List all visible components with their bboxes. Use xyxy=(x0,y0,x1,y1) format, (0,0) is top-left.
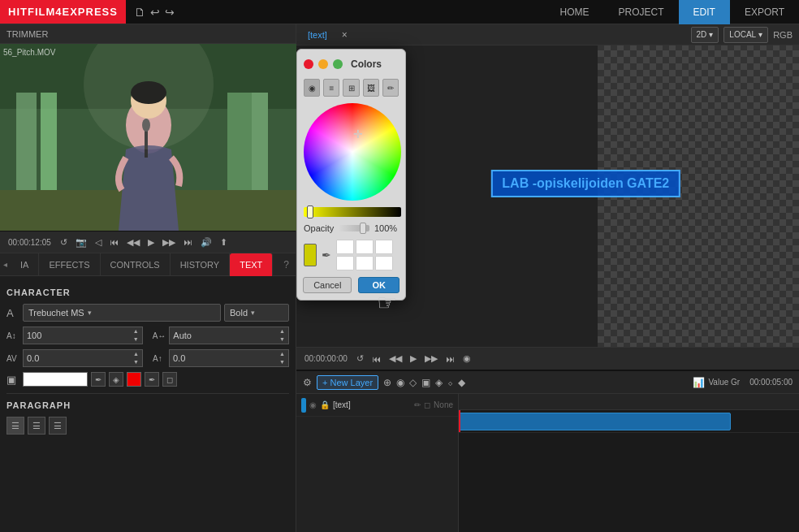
font-family-dropdown[interactable]: Trebuchet MS ▾ xyxy=(23,304,221,322)
play-btn-left[interactable]: ▶ xyxy=(145,236,157,249)
value-gr-icon[interactable]: 📊 xyxy=(693,377,705,388)
hex-cell-2[interactable] xyxy=(356,240,374,254)
font-dropdown-arrow: ▾ xyxy=(88,309,92,317)
dialog-close-btn[interactable] xyxy=(304,59,313,69)
font-style-dropdown[interactable]: Bold ▾ xyxy=(224,304,289,322)
viewer-skip-back[interactable]: ⏮ xyxy=(369,353,383,365)
align-right-btn[interactable]: ☰ xyxy=(49,417,67,435)
undo-icon[interactable]: ↩ xyxy=(150,6,160,19)
tl-diamond-icon[interactable]: ◇ xyxy=(409,377,417,388)
step-fwd-btn-left[interactable]: ▶▶ xyxy=(160,236,178,249)
hue-slider[interactable] xyxy=(304,207,401,217)
tab-project[interactable]: PROJECT xyxy=(604,0,679,24)
stroke-eyedropper[interactable]: ✒ xyxy=(145,372,159,387)
skip-fwd-btn-left[interactable]: ⏭ xyxy=(181,236,195,248)
step-back-btn-left[interactable]: ◀◀ xyxy=(124,236,142,249)
color-preview-swatch[interactable] xyxy=(304,244,317,266)
font-size-spinners[interactable]: ▲ ▼ xyxy=(133,327,139,344)
coord-mode-dropdown[interactable]: LOCAL ▾ xyxy=(723,27,768,43)
color-crayons-icon[interactable]: ✏ xyxy=(382,79,399,97)
hex-cell-1[interactable] xyxy=(336,240,354,254)
opacity-slider[interactable] xyxy=(339,225,369,231)
tab-export[interactable]: EXPORT xyxy=(730,0,799,24)
color-sliders-icon[interactable]: ≡ xyxy=(323,79,339,97)
align-center-btn[interactable]: ☰ xyxy=(28,417,45,435)
opacity-thumb[interactable] xyxy=(360,223,366,234)
dialog-minimize-btn[interactable] xyxy=(318,59,328,69)
text-overlay-label[interactable]: LAB -opiskelijoiden GATE2 xyxy=(490,170,680,197)
tab-effects[interactable]: EFFECTS xyxy=(39,253,100,276)
kerning-input[interactable]: 0.0 ▲ ▼ xyxy=(23,349,143,367)
viewer-step-back[interactable]: ◀◀ xyxy=(387,353,404,365)
baseline-input[interactable]: 0.0 ▲ ▼ xyxy=(169,349,289,367)
tab-edit[interactable]: EDIT xyxy=(679,0,730,24)
tab-home[interactable]: HOME xyxy=(546,0,604,24)
help-icon[interactable]: ? xyxy=(277,259,296,270)
tl-clip-1[interactable] xyxy=(459,413,731,430)
viewer-tab-text[interactable]: [text] xyxy=(303,30,332,40)
skip-back-btn-left[interactable]: ⏮ xyxy=(107,236,121,248)
font-size-input[interactable]: 100 ▲ ▼ xyxy=(23,327,143,344)
loop-btn-left[interactable]: ↺ xyxy=(58,236,70,249)
color-image-icon[interactable]: 🖼 xyxy=(363,79,379,97)
layer-lock-icon[interactable]: 🔒 xyxy=(320,400,330,409)
new-layer-btn[interactable]: + New Layer xyxy=(317,375,378,390)
viewer-audio[interactable]: ◉ xyxy=(460,353,473,365)
mark-in-btn[interactable]: ◁ xyxy=(93,236,104,249)
tl-lock-icon[interactable]: ▣ xyxy=(421,377,430,388)
tl-playhead[interactable] xyxy=(459,410,460,432)
red-swatch[interactable] xyxy=(127,372,141,387)
tab-controls[interactable]: CONTROLS xyxy=(101,253,171,276)
tl-motion-icon[interactable]: ⬦ xyxy=(447,377,453,388)
hex-cell-4[interactable] xyxy=(336,256,354,270)
hex-cell-5[interactable] xyxy=(356,256,374,270)
redo-icon[interactable]: ↪ xyxy=(165,6,175,19)
color-spectrum-icon[interactable]: ◉ xyxy=(304,79,320,97)
fill-mode-btn[interactable]: ◈ xyxy=(109,372,123,387)
color-palette-icon[interactable]: ⊞ xyxy=(343,79,359,97)
hex-cell-6[interactable] xyxy=(375,256,393,270)
layer-mask-icon[interactable]: ◻ xyxy=(424,400,430,409)
camera-btn[interactable]: 📷 xyxy=(73,236,89,249)
view-mode-dropdown[interactable]: 2D ▾ xyxy=(691,27,719,43)
tab-text[interactable]: TEXT xyxy=(230,253,273,276)
tracking-input[interactable]: Auto ▲ ▼ xyxy=(169,327,289,344)
tl-add-icon[interactable]: ⊕ xyxy=(383,377,391,388)
tracking-spinners[interactable]: ▲ ▼ xyxy=(279,327,285,344)
ok-button[interactable]: OK xyxy=(358,277,400,293)
color-wheel[interactable] xyxy=(304,103,401,201)
eyedropper-tool[interactable]: ✒ xyxy=(91,372,106,387)
controls-panel: CHARACTER A Trebuchet MS ▾ Bold ▾ A↕ 100 xyxy=(0,276,296,532)
layer-eye-icon[interactable]: ◉ xyxy=(309,400,317,409)
hex-inputs-grid xyxy=(336,240,399,270)
tab-ia[interactable]: IA xyxy=(11,253,39,276)
cancel-button[interactable]: Cancel xyxy=(303,277,352,293)
tl-key-icon[interactable]: ◈ xyxy=(435,377,443,388)
dialog-maximize-btn[interactable] xyxy=(333,59,343,69)
eyedropper-btn[interactable]: ✒ xyxy=(322,249,331,262)
chevron-left-icon[interactable]: ◂ xyxy=(0,260,11,269)
hex-cell-3[interactable] xyxy=(375,240,393,254)
audio-btn[interactable]: 🔊 xyxy=(198,236,214,249)
file-icon[interactable]: 🗋 xyxy=(134,6,145,19)
align-left-btn[interactable]: ☰ xyxy=(6,417,24,435)
color-wheel-cursor[interactable]: ✛ xyxy=(353,128,361,136)
tl-settings-icon[interactable]: ⚙ xyxy=(303,377,312,388)
white-swatch[interactable] xyxy=(23,372,88,387)
hue-thumb[interactable] xyxy=(307,205,313,218)
viewer-play[interactable]: ▶ xyxy=(408,353,419,365)
baseline-spinners[interactable]: ▲ ▼ xyxy=(279,350,285,366)
export-btn-left[interactable]: ⬆ xyxy=(218,236,230,249)
tab-history[interactable]: HISTORY xyxy=(171,253,231,276)
viewer-skip-fwd[interactable]: ⏭ xyxy=(443,353,457,365)
color-wheel-container[interactable]: ✛ xyxy=(304,103,401,201)
viewer-tab-close[interactable]: × xyxy=(342,29,348,41)
layer-edit-icon[interactable]: ✏ xyxy=(414,400,421,409)
viewer-loop[interactable]: ↺ xyxy=(354,353,366,365)
tl-solo-icon[interactable]: ◉ xyxy=(396,377,404,388)
kerning-spinners[interactable]: ▲ ▼ xyxy=(133,350,139,366)
coord-mode-value: LOCAL xyxy=(729,30,756,39)
tl-key2-icon[interactable]: ◆ xyxy=(458,377,465,388)
viewer-step-fwd[interactable]: ▶▶ xyxy=(422,353,440,365)
stroke-mode-btn[interactable]: ◻ xyxy=(162,372,177,387)
